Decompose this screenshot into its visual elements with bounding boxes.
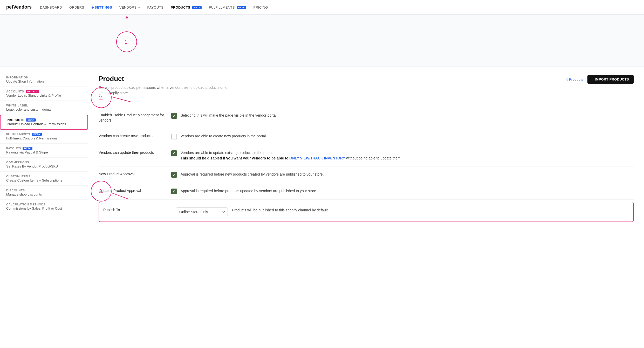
- sidebar-item-products[interactable]: PRODUCTS BETA Product Upload Controls & …: [0, 115, 88, 130]
- publish-to-select[interactable]: Online Store Only All Channels Custom: [176, 208, 228, 216]
- setting-label-update: Vendors can update their products: [99, 150, 171, 155]
- content-header: Product Control product upload permissio…: [99, 75, 634, 101]
- nav-item-pricing[interactable]: PRICING: [253, 5, 268, 9]
- checkbox-enable[interactable]: [171, 113, 177, 119]
- setting-control-updated-approval: Approval is required before products upd…: [171, 188, 634, 194]
- page-description: Control product upload permissions when …: [99, 85, 234, 96]
- sidebar-sub-products: Product Upload Controls & Permissions: [7, 122, 81, 126]
- arrow-up-head: [125, 16, 128, 18]
- setting-publish-to: Publish To Online Store Only All Channel…: [99, 202, 634, 222]
- sidebar-item-commissions[interactable]: COMMISSIONS Set Rates By Vendor/Product/…: [0, 158, 88, 172]
- annotation-area: 1.: [0, 15, 644, 66]
- nav-item-orders[interactable]: ORDERS: [69, 5, 84, 9]
- sidebar-label-commissions: COMMISSIONS: [6, 161, 82, 164]
- setting-control-update: Vendors are able to update existing prod…: [171, 150, 634, 161]
- top-nav: petVendors DASHBOARD ORDERS SETTINGS VEN…: [0, 0, 644, 15]
- sidebar-sub-commissions: Set Rates By Vendor/Product/SKU: [6, 164, 82, 168]
- setting-desc-publish: Products will be published to this shopi…: [232, 208, 329, 213]
- sidebar-label-accounts: ACCOUNTS UPDATE: [6, 90, 82, 93]
- nav-item-vendors[interactable]: VENDORS ▾: [119, 5, 140, 9]
- setting-control-publish: Online Store Only All Channels Custom Pr…: [176, 208, 629, 216]
- settings-dot-icon: [92, 6, 94, 9]
- nav-menu: DASHBOARD ORDERS SETTINGS VENDORS ▾ PAYO…: [40, 5, 268, 9]
- payouts-beta-badge-sidebar: BETA: [23, 147, 32, 150]
- checkbox-updated-approval[interactable]: [171, 189, 177, 194]
- sidebar-sub-accounts: Vendor Login, Signup Links & Profile: [6, 93, 82, 97]
- setting-control-new-approval: Approval is required before new products…: [171, 172, 634, 178]
- checkbox-new-approval[interactable]: [171, 172, 177, 178]
- main-layout: INFORMATION Update Shop Information ACCO…: [0, 66, 644, 348]
- update-warning-end: without being able to update them.: [346, 156, 402, 160]
- setting-new-approval: New Product Approval Approval is require…: [99, 166, 634, 183]
- sidebar-sub-discounts: Manage shop discounts: [6, 192, 82, 196]
- products-beta-badge: BETA: [192, 6, 202, 9]
- inventory-link[interactable]: ONLY VIEW/TRACK INVENTORY: [289, 156, 345, 160]
- setting-update-products: Vendors can update their products Vendor…: [99, 145, 634, 166]
- sidebar: INFORMATION Update Shop Information ACCO…: [0, 66, 88, 348]
- nav-item-payouts[interactable]: PAYOUTS: [147, 5, 163, 9]
- sidebar-label-discounts: DISCOUNTS: [6, 189, 82, 192]
- setting-label-publish: Publish To: [103, 208, 176, 213]
- checkbox-update[interactable]: [171, 150, 177, 156]
- nav-item-dashboard[interactable]: DASHBOARD: [40, 5, 62, 9]
- page-title: Product: [99, 75, 234, 83]
- sidebar-sub-custom-items: Create Custom Items + Subscriptions: [6, 178, 82, 182]
- nav-item-fulfillments[interactable]: FULFILLMENTS BETA: [209, 5, 246, 9]
- sidebar-label-custom-items: CUSTOM ITEMS: [6, 175, 82, 178]
- sidebar-label-fulfillments: FULFILLMENTS BETA: [6, 133, 82, 136]
- sidebar-item-white-label[interactable]: WHITE-LABEL Logo, color and custom domai…: [0, 101, 88, 115]
- sidebar-label-payouts: PAYOUTS BETA: [6, 147, 82, 150]
- sidebar-item-fulfillments[interactable]: FULFILLMENTS BETA Fulfillment Controls &…: [0, 130, 88, 144]
- setting-control-create: Vendors are able to create new products …: [171, 133, 634, 139]
- setting-label-new-approval: New Product Approval: [99, 172, 171, 177]
- brand-logo: petVendors: [6, 4, 32, 10]
- sidebar-sub-payouts: Payouts via Paypal & Stripe: [6, 150, 82, 154]
- arrow-up-line: [127, 17, 127, 31]
- sidebar-sub-white-label: Logo, color and custom domain: [6, 108, 82, 111]
- sidebar-sub-calculation-methods: Commissions by Sales, Profit or Cost: [6, 206, 82, 210]
- nav-item-products[interactable]: PRODUCTS BETA: [171, 5, 202, 9]
- sidebar-item-calculation-methods[interactable]: CALCULATION METHODS Commissions by Sales…: [0, 200, 88, 213]
- nav-item-settings[interactable]: SETTINGS: [92, 5, 112, 9]
- annotation-circle-1: 1.: [116, 31, 137, 52]
- setting-enable-disable: Enable/Disable Product Management for ve…: [99, 108, 634, 128]
- fulfillments-beta-badge: BETA: [237, 6, 246, 9]
- sidebar-label-calculation-methods: CALCULATION METHODS: [6, 203, 82, 206]
- sidebar-sub-fulfillments: Fulfillment Controls & Permissions: [6, 136, 82, 140]
- sidebar-label-products: PRODUCTS BETA: [7, 118, 81, 122]
- setting-desc-enable: Selecting this will make the page visibl…: [181, 113, 278, 118]
- checkbox-create[interactable]: [171, 134, 177, 139]
- setting-label-updated-approval: Updated Product Approval: [99, 188, 171, 193]
- update-warning-text: This should be disabled if you want your…: [181, 156, 288, 160]
- sidebar-item-discounts[interactable]: DISCOUNTS Manage shop discounts: [0, 186, 88, 200]
- chevron-down-icon: ▾: [138, 6, 140, 9]
- setting-desc-update: Vendors are able to update existing prod…: [181, 150, 402, 161]
- content-header-text: Product Control product upload permissio…: [99, 75, 234, 96]
- setting-control-enable: Selecting this will make the page visibl…: [171, 113, 634, 119]
- sidebar-item-payouts[interactable]: PAYOUTS BETA Payouts via Paypal & Stripe: [0, 144, 88, 158]
- main-content: 2. 3. Product Control product upload per…: [88, 66, 644, 348]
- sidebar-sub-information: Update Shop Information: [6, 79, 82, 83]
- sidebar-item-accounts[interactable]: ACCOUNTS UPDATE Vendor Login, Signup Lin…: [0, 87, 88, 101]
- setting-desc-new-approval: Approval is required before new products…: [181, 172, 324, 177]
- fulfillments-beta-badge-sidebar: BETA: [32, 133, 42, 136]
- setting-desc-updated-approval: Approval is required before products upd…: [181, 188, 317, 194]
- products-beta-badge-sidebar: BETA: [26, 118, 36, 122]
- setting-create-products: Vendors can create new products Vendors …: [99, 128, 634, 145]
- products-back-link[interactable]: < Products: [566, 77, 583, 82]
- header-actions: < Products ↓ IMPORT PRODUCTS: [566, 75, 634, 84]
- setting-desc-create: Vendors are able to create new products …: [181, 133, 267, 139]
- accounts-update-badge: UPDATE: [26, 90, 39, 93]
- setting-label-create: Vendors can create new products: [99, 133, 171, 139]
- sidebar-label-information: INFORMATION: [6, 76, 82, 79]
- setting-updated-approval: Updated Product Approval Approval is req…: [99, 183, 634, 200]
- setting-label-enable: Enable/Disable Product Management for ve…: [99, 113, 171, 123]
- import-products-button[interactable]: ↓ IMPORT PRODUCTS: [587, 75, 634, 84]
- sidebar-item-custom-items[interactable]: CUSTOM ITEMS Create Custom Items + Subsc…: [0, 172, 88, 186]
- sidebar-label-white-label: WHITE-LABEL: [6, 104, 82, 107]
- sidebar-item-information[interactable]: INFORMATION Update Shop Information: [0, 73, 88, 87]
